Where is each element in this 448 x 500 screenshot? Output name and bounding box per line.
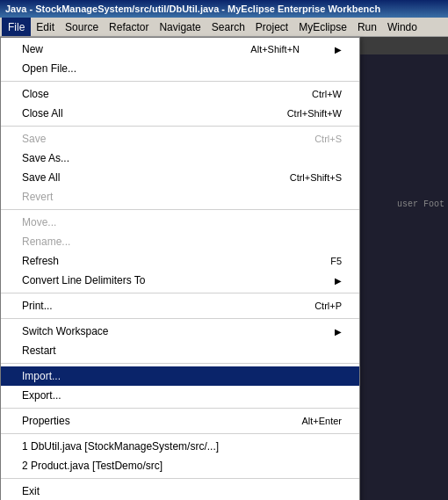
- sep-6: [1, 363, 359, 364]
- menu-item-move: Move...: [1, 213, 359, 232]
- menu-myeclipse[interactable]: MyEclipse: [293, 18, 352, 36]
- menu-edit[interactable]: Edit: [31, 18, 60, 36]
- menu-item-save-all-label: Save All: [22, 171, 60, 184]
- menu-item-rename-label: Rename...: [22, 236, 70, 248]
- menu-source[interactable]: Source: [60, 18, 104, 36]
- submenu-arrow-convert: ▶: [335, 276, 342, 286]
- menu-item-close-all-shortcut: Ctrl+Shift+W: [287, 108, 342, 119]
- menu-search[interactable]: Search: [206, 18, 250, 36]
- title-text: Java - StockManageSystem/src/util/DbUtil…: [5, 4, 380, 14]
- menu-refactor[interactable]: Refactor: [104, 18, 154, 36]
- menu-item-convert-line[interactable]: Convert Line Delimiters To ▶: [1, 271, 359, 290]
- menu-item-close-shortcut: Ctrl+W: [312, 89, 342, 99]
- menu-item-refresh-label: Refresh: [22, 255, 59, 267]
- menu-project[interactable]: Project: [250, 18, 293, 36]
- menu-item-restart[interactable]: Restart: [1, 341, 359, 360]
- menu-item-export-label: Export...: [22, 389, 61, 402]
- menu-item-print[interactable]: Print... Ctrl+P: [1, 296, 359, 315]
- menu-item-revert-label: Revert: [22, 191, 53, 203]
- menu-item-new-shortcut: Alt+Shift+N: [250, 44, 300, 54]
- menu-item-open-file-label: Open File...: [22, 62, 76, 75]
- menu-item-convert-line-label: Convert Line Delimiters To: [22, 274, 146, 286]
- menu-item-recent-2[interactable]: 2 Product.java [TestDemo/src]: [1, 456, 359, 475]
- menu-item-move-label: Move...: [22, 216, 56, 228]
- menu-navigate[interactable]: Navigate: [154, 18, 206, 36]
- title-bar: Java - StockManageSystem/src/util/DbUtil…: [0, 0, 448, 18]
- sep-7: [1, 408, 359, 409]
- menu-item-restart-label: Restart: [22, 344, 56, 357]
- menu-item-recent-2-label: 2 Product.java [TestDemo/src]: [22, 460, 163, 472]
- menu-item-close-all-label: Close All: [22, 107, 63, 120]
- menu-item-new-label: New: [22, 43, 43, 55]
- menu-item-refresh[interactable]: Refresh F5: [1, 251, 359, 271]
- menu-item-save-label: Save: [22, 133, 46, 145]
- menu-item-switch-workspace[interactable]: Switch Workspace ▶: [1, 322, 359, 341]
- submenu-arrow-new: ▶: [335, 45, 342, 54]
- sep-1: [1, 81, 359, 82]
- menu-item-save-as-label: Save As...: [22, 152, 69, 164]
- sep-2: [1, 126, 359, 127]
- file-dropdown-menu: New Alt+Shift+N ▶ Open File... Close Ctr…: [0, 37, 360, 500]
- menu-item-print-shortcut: Ctrl+P: [314, 301, 342, 311]
- menu-item-save-shortcut: Ctrl+S: [314, 134, 342, 144]
- menu-item-recent-1[interactable]: 1 DbUtil.java [StockManageSystem/src/...…: [1, 437, 359, 456]
- menu-item-export[interactable]: Export...: [1, 386, 359, 405]
- menu-item-properties-label: Properties: [22, 415, 70, 427]
- menu-item-import[interactable]: ↓ Import...: [1, 366, 359, 386]
- menu-item-exit[interactable]: Exit: [1, 482, 359, 500]
- menu-item-open-file[interactable]: Open File...: [1, 59, 359, 78]
- menu-item-properties[interactable]: Properties Alt+Enter: [1, 411, 359, 431]
- menu-run[interactable]: Run: [352, 18, 382, 36]
- menu-item-exit-label: Exit: [22, 485, 40, 497]
- menu-item-revert: Revert: [1, 187, 359, 207]
- submenu-arrow-workspace: ▶: [335, 327, 342, 337]
- sep-4: [1, 293, 359, 293]
- menu-item-refresh-shortcut: F5: [330, 256, 342, 266]
- menu-item-properties-shortcut: Alt+Enter: [301, 416, 342, 426]
- menu-item-save-all[interactable]: Save All Ctrl+Shift+S: [1, 168, 359, 187]
- menu-item-close-label: Close: [22, 88, 49, 100]
- menu-item-rename: Rename...: [1, 232, 359, 251]
- menu-file[interactable]: File: [2, 18, 31, 36]
- menu-window[interactable]: Windo: [382, 18, 423, 36]
- menu-item-recent-1-label: 1 DbUtil.java [StockManageSystem/src/...…: [22, 440, 219, 453]
- sep-8: [1, 433, 359, 434]
- menu-item-switch-workspace-label: Switch Workspace: [22, 325, 108, 337]
- menu-bar: File Edit Source Refactor Navigate Searc…: [0, 18, 448, 37]
- menu-item-save-all-shortcut: Ctrl+Shift+S: [290, 172, 342, 183]
- menu-item-save: Save Ctrl+S: [1, 129, 359, 149]
- sep-5: [1, 318, 359, 319]
- menu-item-close[interactable]: Close Ctrl+W: [1, 84, 359, 104]
- sep-3: [1, 209, 359, 210]
- menu-item-print-label: Print...: [22, 300, 53, 312]
- sep-9: [1, 478, 359, 479]
- menu-item-save-as[interactable]: Save As...: [1, 149, 359, 168]
- menu-item-close-all[interactable]: Close All Ctrl+Shift+W: [1, 104, 359, 123]
- menu-item-new[interactable]: New Alt+Shift+N ▶: [1, 40, 359, 59]
- menu-item-import-label: Import...: [22, 370, 61, 382]
- user-foot-label: user Foot: [397, 199, 444, 209]
